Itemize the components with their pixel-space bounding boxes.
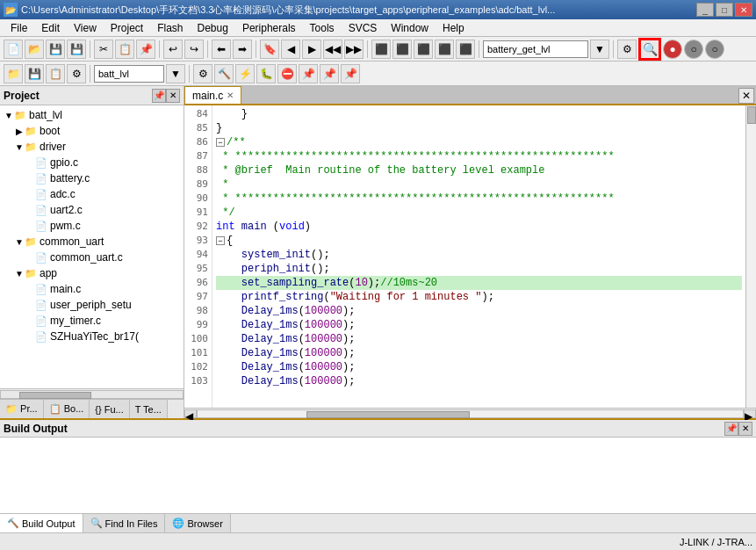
proj-tab-bo[interactable]: 📋 Bo... — [44, 400, 90, 418]
run-button[interactable]: ○ — [684, 40, 703, 59]
menu-view[interactable]: View — [67, 19, 104, 37]
target-dropdown-button[interactable]: ▼ — [590, 40, 609, 59]
tree-item-app[interactable]: ▼ 📁 app — [0, 265, 184, 281]
tb2-settings-btn[interactable]: ⚙ — [193, 64, 212, 83]
tb2-extra1-btn[interactable]: 📌 — [299, 64, 318, 83]
align-justify-button[interactable]: ⬛ — [435, 40, 454, 59]
options-button[interactable]: ⚙ — [617, 40, 637, 59]
bookmark-button[interactable]: 🔖 — [260, 40, 279, 59]
build-output-pin-button[interactable]: 📌 — [724, 422, 738, 436]
expand-icon[interactable]: ▼ — [14, 269, 25, 279]
proj-tab-pr[interactable]: 📁 Pr... — [0, 400, 44, 418]
copy-button[interactable]: 📋 — [115, 40, 134, 59]
code-content[interactable]: } } −/** * *****************************… — [212, 105, 745, 408]
align-right-button[interactable]: ⬛ — [414, 40, 433, 59]
tb2-btn2[interactable]: 💾 — [25, 64, 44, 83]
nav-btn1[interactable]: ⬅ — [212, 40, 231, 59]
editor-vscroll[interactable] — [745, 105, 756, 408]
build-tab-browser[interactable]: 🌐 Browser — [165, 514, 230, 532]
tree-item-gpio[interactable]: 📄 gpio.c — [0, 155, 184, 170]
menu-edit[interactable]: Edit — [34, 19, 67, 37]
save-all-button[interactable]: 💾 — [67, 40, 86, 59]
menu-window[interactable]: Window — [384, 19, 436, 37]
align-left-button[interactable]: ⬛ — [371, 40, 391, 59]
tab-close-button[interactable]: ✕ — [227, 90, 234, 100]
panel-pin-button[interactable]: 📌 — [152, 89, 166, 103]
undo-button[interactable]: ↩ — [163, 40, 183, 59]
editor-hscroll[interactable]: ◀ ▶ — [184, 408, 756, 418]
hscroll-right-btn[interactable]: ▶ — [744, 409, 756, 418]
panel-close-button[interactable]: ✕ — [166, 89, 180, 103]
editor-tab-main-c[interactable]: main.c ✕ — [184, 86, 241, 104]
tb2-btn3[interactable]: 📋 — [46, 64, 65, 83]
tree-item-boot[interactable]: ▶ 📁 boot — [0, 123, 184, 139]
open-file-button[interactable]: 📂 — [25, 40, 44, 59]
close-button[interactable]: ✕ — [735, 3, 752, 17]
stop-button[interactable]: ○ — [705, 40, 724, 59]
tree-item-adc[interactable]: 📄 adc.c — [0, 186, 184, 202]
tb2-debug-btn[interactable]: 🐛 — [256, 64, 276, 83]
build-output-close-button[interactable]: ✕ — [738, 422, 752, 436]
expand-icon[interactable]: ▶ — [14, 127, 25, 136]
search-button[interactable]: 🔍 — [638, 38, 661, 61]
indent-button[interactable]: ⬛ — [456, 40, 475, 59]
minimize-button[interactable]: _ — [696, 3, 714, 17]
redo-button[interactable]: ↪ — [184, 40, 204, 59]
menu-flash[interactable]: Flash — [150, 19, 190, 37]
nav-btn2[interactable]: ➡ — [233, 40, 252, 59]
project-hscroll[interactable] — [0, 388, 184, 399]
project-combo[interactable]: batt_lvl — [94, 65, 164, 83]
expand-icon[interactable]: ▼ — [14, 142, 25, 152]
save-button[interactable]: 💾 — [46, 40, 65, 59]
tb2-stop-btn[interactable]: ⛔ — [277, 64, 297, 83]
tree-item-my_timer[interactable]: 📄 my_timer.c — [0, 313, 184, 329]
tb2-extra2-btn[interactable]: 📌 — [320, 64, 339, 83]
expand-icon[interactable]: ▼ — [4, 111, 14, 120]
record-button[interactable]: ● — [663, 40, 682, 59]
tree-item-batt_lvl[interactable]: ▼ 📁 batt_lvl — [0, 107, 184, 123]
align-center-button[interactable]: ⬛ — [392, 40, 412, 59]
tb2-btn1[interactable]: 📁 — [4, 64, 23, 83]
nav-prev2-button[interactable]: ◀◀ — [323, 40, 342, 59]
menu-peripherals[interactable]: Peripherals — [235, 19, 303, 37]
hscroll-left-btn[interactable]: ◀ — [184, 409, 197, 418]
project-dropdown-button[interactable]: ▼ — [166, 64, 185, 83]
tb2-extra3-btn[interactable]: 📌 — [341, 64, 360, 83]
tb2-flash-btn[interactable]: ⚡ — [235, 64, 255, 83]
tree-item-main[interactable]: 📄 main.c — [0, 281, 184, 297]
expand-icon[interactable]: ▼ — [14, 237, 25, 247]
menu-help[interactable]: Help — [436, 19, 472, 37]
collapse-marker-86[interactable]: − — [216, 138, 225, 147]
menu-debug[interactable]: Debug — [191, 19, 235, 37]
paste-button[interactable]: 📌 — [136, 40, 155, 59]
nav-next-button[interactable]: ▶ — [302, 40, 321, 59]
tree-item-user_periph[interactable]: 📄 user_periph_setu — [0, 297, 184, 313]
proj-tab-fu[interactable]: {} Fu... — [90, 400, 129, 418]
new-file-button[interactable]: 📄 — [4, 40, 23, 59]
menu-project[interactable]: Project — [104, 19, 150, 37]
tb2-btn4[interactable]: ⚙ — [67, 64, 86, 83]
menu-svcs[interactable]: SVCS — [342, 19, 385, 37]
hscroll-track[interactable] — [197, 409, 744, 418]
nav-prev-button[interactable]: ◀ — [281, 40, 300, 59]
proj-tab-te[interactable]: T Te... — [130, 400, 168, 418]
maximize-button[interactable]: □ — [716, 3, 733, 17]
collapse-marker-93[interactable]: − — [216, 236, 225, 245]
tree-item-common_uart_c[interactable]: 📄 common_uart.c — [0, 250, 184, 265]
tree-item-uart2[interactable]: 📄 uart2.c — [0, 202, 184, 218]
tree-item-common_uart[interactable]: ▼ 📁 common_uart — [0, 234, 184, 250]
editor-panel-close-button[interactable]: ✕ — [738, 88, 754, 104]
tb2-build-btn[interactable]: 🔨 — [214, 64, 234, 83]
target-combo[interactable]: battery_get_lvl — [483, 40, 588, 58]
build-tab-output[interactable]: 🔨 Build Output — [0, 514, 83, 532]
tree-item-pwm[interactable]: 📄 pwm.c — [0, 218, 184, 234]
tree-item-driver[interactable]: ▼ 📁 driver — [0, 139, 184, 155]
menu-tools[interactable]: Tools — [303, 19, 342, 37]
build-tab-find[interactable]: 🔍 Find In Files — [83, 514, 166, 532]
cut-button[interactable]: ✂ — [94, 40, 113, 59]
tree-item-szhyec[interactable]: 📄 SZHuaYiTec_br17( — [0, 329, 184, 344]
tree-item-battery[interactable]: 📄 battery.c — [0, 170, 184, 186]
menu-file[interactable]: File — [4, 19, 34, 37]
hscroll-thumb[interactable] — [306, 411, 470, 418]
nav-next2-button[interactable]: ▶▶ — [344, 40, 364, 59]
